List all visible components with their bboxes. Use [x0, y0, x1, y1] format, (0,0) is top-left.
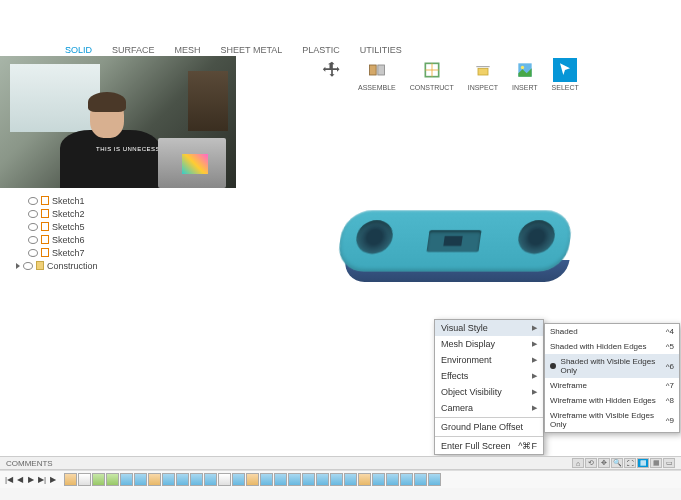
- visibility-icon[interactable]: [28, 223, 38, 231]
- construct-tool[interactable]: CONSTRUCT: [410, 58, 454, 91]
- timeline-feature[interactable]: [386, 473, 399, 486]
- timeline-feature[interactable]: [274, 473, 287, 486]
- nav-home-icon[interactable]: ⌂: [572, 458, 584, 468]
- sketch-label: Sketch1: [52, 196, 85, 206]
- construction-folder[interactable]: Construction: [10, 259, 98, 272]
- svg-rect-5: [478, 68, 488, 75]
- timeline-feature[interactable]: [134, 473, 147, 486]
- timeline-feature[interactable]: [400, 473, 413, 486]
- zoom-icon[interactable]: 🔍: [611, 458, 623, 468]
- orbit-icon[interactable]: ⟲: [585, 458, 597, 468]
- svg-rect-0: [369, 65, 376, 75]
- timeline-feature[interactable]: [414, 473, 427, 486]
- timeline-feature[interactable]: [64, 473, 77, 486]
- timeline-feature[interactable]: [232, 473, 245, 486]
- sketch-item[interactable]: Sketch2: [10, 207, 98, 220]
- submenu-shaded-hidden[interactable]: Shaded with Hidden Edges^5: [545, 339, 679, 354]
- timeline-feature[interactable]: [344, 473, 357, 486]
- construct-label: CONSTRUCT: [410, 84, 454, 91]
- menu-camera[interactable]: Camera▶: [435, 400, 543, 416]
- browser-tree: Sketch1 Sketch2 Sketch5 Sketch6 Sketch7 …: [10, 194, 98, 272]
- timeline-feature[interactable]: [428, 473, 441, 486]
- footer-bar: [0, 488, 681, 500]
- timeline-next-icon[interactable]: ▶: [26, 475, 36, 485]
- submenu-label: Wireframe: [550, 381, 587, 390]
- model-part[interactable]: [340, 210, 570, 290]
- sketch-item[interactable]: Sketch5: [10, 220, 98, 233]
- expand-icon[interactable]: [16, 263, 20, 269]
- assemble-icon: [365, 58, 389, 82]
- visibility-icon[interactable]: [23, 262, 33, 270]
- menu-ground-plane-offset[interactable]: Ground Plane Offset: [435, 419, 543, 435]
- select-icon: [553, 58, 577, 82]
- submenu-wireframe-hidden[interactable]: Wireframe with Hidden Edges^8: [545, 393, 679, 408]
- shirt-text: THIS IS UNNECESSA: [96, 146, 165, 152]
- timeline-feature[interactable]: [204, 473, 217, 486]
- timeline-prev-icon[interactable]: ◀: [15, 475, 25, 485]
- timeline-feature[interactable]: [358, 473, 371, 486]
- insert-icon: [513, 58, 537, 82]
- chevron-right-icon: ▶: [532, 372, 537, 380]
- pan-icon[interactable]: ✥: [598, 458, 610, 468]
- sketch-label: Sketch2: [52, 209, 85, 219]
- timeline-feature[interactable]: [106, 473, 119, 486]
- timeline-feature[interactable]: [260, 473, 273, 486]
- shortcut-label: ^5: [666, 342, 674, 351]
- visibility-icon[interactable]: [28, 236, 38, 244]
- folder-label: Construction: [47, 261, 98, 271]
- sketch-item[interactable]: Sketch7: [10, 246, 98, 259]
- sketch-item[interactable]: Sketch6: [10, 233, 98, 246]
- menu-enter-fullscreen[interactable]: Enter Full Screen^⌘F: [435, 438, 543, 454]
- timeline-feature[interactable]: [162, 473, 175, 486]
- timeline-feature[interactable]: [78, 473, 91, 486]
- visibility-icon[interactable]: [28, 197, 38, 205]
- select-label: SELECT: [552, 84, 579, 91]
- timeline-feature[interactable]: [372, 473, 385, 486]
- timeline-end-icon[interactable]: ▶|: [37, 475, 47, 485]
- timeline-feature[interactable]: [148, 473, 161, 486]
- select-tool[interactable]: SELECT: [552, 58, 579, 91]
- shortcut-label: ^9: [666, 416, 674, 425]
- sketch-label: Sketch6: [52, 235, 85, 245]
- timeline-feature[interactable]: [302, 473, 315, 486]
- submenu-shaded-visible[interactable]: Shaded with Visible Edges Only^6: [545, 354, 679, 378]
- sketch-icon: [41, 209, 49, 218]
- display-settings-icon[interactable]: ▦: [637, 458, 649, 468]
- timeline-feature[interactable]: [246, 473, 259, 486]
- timeline-play-icon[interactable]: ▶: [48, 475, 58, 485]
- visibility-icon[interactable]: [28, 249, 38, 257]
- timeline-feature[interactable]: [288, 473, 301, 486]
- sketch-item[interactable]: Sketch1: [10, 194, 98, 207]
- visibility-icon[interactable]: [28, 210, 38, 218]
- grid-icon[interactable]: ▦: [650, 458, 662, 468]
- insert-tool[interactable]: INSERT: [512, 58, 538, 91]
- timeline-feature[interactable]: [218, 473, 231, 486]
- menu-effects[interactable]: Effects▶: [435, 368, 543, 384]
- comments-label[interactable]: COMMENTS: [6, 459, 53, 468]
- timeline-feature[interactable]: [120, 473, 133, 486]
- timeline-start-icon[interactable]: |◀: [4, 475, 14, 485]
- menu-environment[interactable]: Environment▶: [435, 352, 543, 368]
- submenu-label: Shaded with Hidden Edges: [550, 342, 647, 351]
- menu-label: Camera: [441, 403, 473, 413]
- inspect-tool[interactable]: INSPECT: [468, 58, 498, 91]
- submenu-shaded[interactable]: Shaded^4: [545, 324, 679, 339]
- menu-visual-style[interactable]: Visual Style▶: [435, 320, 543, 336]
- move-tool[interactable]: [320, 58, 344, 82]
- fit-icon[interactable]: ⛶: [624, 458, 636, 468]
- timeline-feature[interactable]: [190, 473, 203, 486]
- timeline-feature[interactable]: [176, 473, 189, 486]
- sketch-label: Sketch5: [52, 222, 85, 232]
- timeline-feature[interactable]: [330, 473, 343, 486]
- menu-label: Visual Style: [441, 323, 488, 333]
- menu-object-visibility[interactable]: Object Visibility▶: [435, 384, 543, 400]
- submenu-wireframe-visible[interactable]: Wireframe with Visible Edges Only^9: [545, 408, 679, 432]
- timeline-feature[interactable]: [92, 473, 105, 486]
- webcam-overlay: THIS IS UNNECESSA: [0, 56, 236, 188]
- timeline-feature[interactable]: [316, 473, 329, 486]
- menu-mesh-display[interactable]: Mesh Display▶: [435, 336, 543, 352]
- inspect-icon: [471, 58, 495, 82]
- submenu-wireframe[interactable]: Wireframe^7: [545, 378, 679, 393]
- viewport-icon[interactable]: ▭: [663, 458, 675, 468]
- assemble-tool[interactable]: ASSEMBLE: [358, 58, 396, 91]
